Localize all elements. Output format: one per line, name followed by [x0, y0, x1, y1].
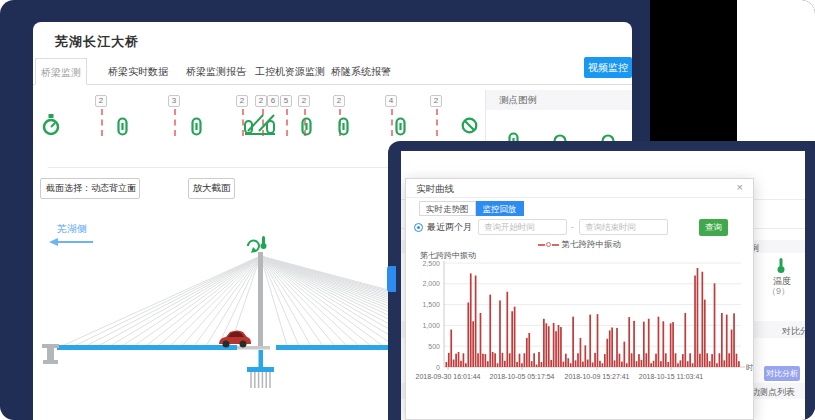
svg-text:时间: 时间	[746, 363, 753, 372]
sensor-count-badge: 6	[267, 95, 279, 107]
background-black-window	[650, 0, 737, 141]
compare-analysis-button[interactable]: 对比分析	[764, 366, 800, 381]
chain-link-sensor-icon	[394, 117, 407, 136]
svg-text:1,500: 1,500	[422, 301, 440, 308]
main-tab-5[interactable]: 桥隧系统报警	[326, 58, 396, 85]
compare-section-title: 对比分析	[782, 325, 805, 338]
prohibit-sensor-icon	[461, 117, 478, 134]
legend-marker-icon	[552, 244, 559, 246]
close-icon[interactable]: ×	[737, 181, 743, 193]
section-select-label: 截面选择：	[46, 183, 91, 193]
svg-text:2,500: 2,500	[422, 260, 440, 267]
svg-text:2,000: 2,000	[422, 280, 440, 287]
sensor-count-badge: 4	[385, 95, 397, 107]
page-title: 芜湖长江大桥	[55, 33, 139, 51]
enlarge-section-button[interactable]: 放大截面	[188, 178, 235, 199]
temp-legend-count: （9）	[767, 285, 790, 298]
recent-two-months-radio[interactable]	[414, 223, 423, 232]
svg-text:1,000: 1,000	[422, 322, 440, 329]
svg-text:2018-10-09 15:27:41: 2018-10-09 15:27:41	[565, 373, 630, 380]
radio-label: 最近两个月	[427, 221, 472, 234]
query-button[interactable]: 查询	[699, 219, 728, 236]
sensor-count-badge: 2	[255, 95, 267, 107]
realtime-curve-modal: 实时曲线 × 实时走势图监控回放 最近两个月 - 查询 第七跨跨中振动 第七跨跨…	[405, 178, 754, 420]
svg-text:2018-09-30 16:01:44: 2018-09-30 16:01:44	[416, 373, 481, 380]
main-tab-4[interactable]: 工控机资源监测	[250, 58, 330, 85]
main-tab-1[interactable]: 桥梁监测	[35, 58, 87, 85]
svg-text:2018-10-15 11:03:41: 2018-10-15 11:03:41	[639, 373, 704, 380]
truss-sensor-icon	[242, 112, 278, 138]
sensor-count-badge: 3	[168, 95, 180, 107]
chevron-down-icon: ▼	[128, 179, 135, 198]
vibration-chart: 05001,0001,5002,0002,5002018-09-30 16:01…	[406, 253, 753, 393]
query-end-input[interactable]	[579, 219, 668, 235]
sensor-count-badge: 5	[280, 95, 292, 107]
sensor-count-badge: 2	[95, 95, 107, 107]
thermometer-icon	[775, 257, 787, 274]
svg-text:2018-10-05 05:17:54: 2018-10-05 05:17:54	[490, 373, 555, 380]
range-separator: -	[571, 222, 574, 231]
sensor-dash-line	[286, 109, 288, 136]
video-monitor-button[interactable]: 视频监控	[584, 57, 632, 78]
modal-tab-1[interactable]: 实时走势图	[419, 201, 476, 216]
sensor-dash-line	[174, 109, 176, 136]
sensor-count-badge: 2	[333, 95, 345, 107]
modal-header: 实时曲线 ×	[406, 179, 753, 198]
gauge-sensor-icon	[41, 113, 61, 137]
chain-link-sensor-icon	[300, 117, 313, 136]
legend-panel-title: 测点图例	[499, 94, 537, 107]
main-tab-3[interactable]: 桥梁监测报告	[180, 58, 252, 85]
modal-title: 实时曲线	[416, 183, 454, 196]
chain-link-sensor-icon	[116, 117, 129, 136]
popup-window-content: 测点图例 温度 （9） 对比分析 对比分析 振动测点列表 实时曲线 × 实时走势…	[401, 151, 805, 420]
sensor-count-badge: 2	[298, 95, 310, 107]
sensor-count-badge: 2	[236, 95, 248, 107]
legend-marker-icon	[538, 244, 545, 246]
sensor-dash-line	[436, 109, 438, 136]
chain-link-sensor-icon	[190, 117, 203, 136]
svg-text:500: 500	[428, 343, 440, 350]
chain-link-sensor-icon	[337, 117, 350, 136]
side-tab-handle[interactable]	[387, 266, 396, 292]
sensor-dash-line	[391, 109, 393, 136]
modal-tab-2[interactable]: 监控回放	[476, 201, 524, 216]
sensor-count-badge: 2	[430, 95, 442, 107]
section-select-dropdown[interactable]: 截面选择：动态背立面 ▼	[40, 178, 140, 199]
main-tab-2[interactable]: 桥梁实时数据	[103, 58, 173, 85]
popup-window: 测点图例 温度 （9） 对比分析 对比分析 振动测点列表 实时曲线 × 实时走势…	[388, 141, 815, 420]
query-start-input[interactable]	[478, 219, 567, 235]
background-white-window	[737, 0, 815, 141]
legend-marker-circle-icon	[546, 242, 551, 247]
legend-series-name: 第七跨跨中振动	[561, 239, 621, 249]
sensor-dash-line	[101, 109, 103, 136]
page-background: 芜湖长江大桥 桥梁监测桥梁实时数据桥梁监测报告工控机资源监测桥隧系统报警 视频监…	[0, 0, 815, 420]
svg-text:0: 0	[436, 364, 440, 371]
